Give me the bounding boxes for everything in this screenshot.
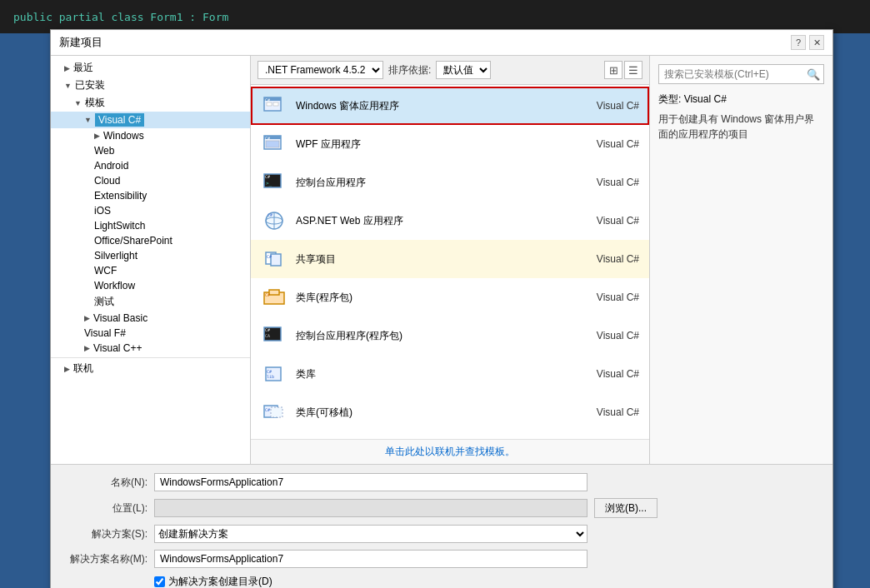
dialog-title-bar: 新建项目 ? ✕ [51,30,832,33]
new-project-dialog: 新建项目 ? ✕ ▶ 最近 ▼ 已安装 ▼ [50,29,833,33]
code-background: public partial class Form1 : Form [0,0,870,33]
